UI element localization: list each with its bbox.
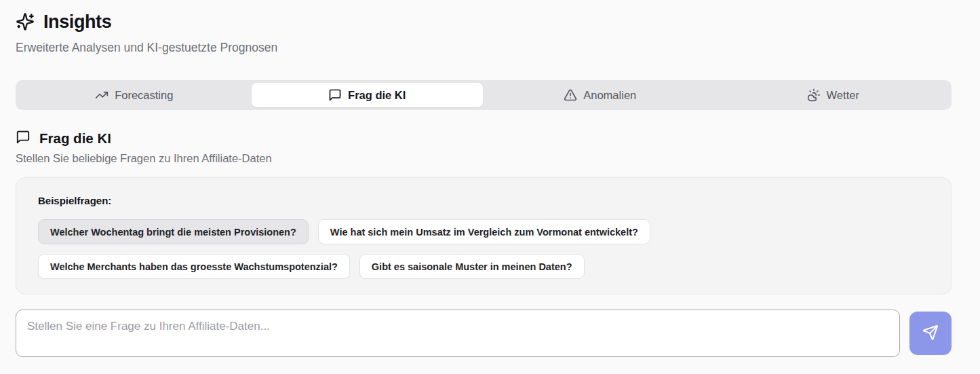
page-header: Insights (16, 10, 952, 34)
example-question-button[interactable]: Welcher Wochentag bringt die meisten Pro… (38, 219, 309, 244)
section-title: Frag die KI (39, 130, 111, 147)
example-questions-card: Beispielfragen: Welcher Wochentag bringt… (16, 177, 952, 295)
cloud-sun-icon (807, 88, 821, 102)
section-subtitle: Stellen Sie beliebige Fragen zu Ihren Af… (16, 152, 952, 165)
question-composer (16, 310, 952, 357)
tab-label: Wetter (827, 89, 859, 102)
examples-label: Beispielfragen: (38, 195, 929, 206)
send-icon (922, 324, 939, 343)
trending-up-icon (95, 88, 109, 102)
tab-forecasting[interactable]: Forecasting (18, 83, 250, 107)
tab-wetter[interactable]: Wetter (718, 83, 949, 107)
tab-frag-die-ki[interactable]: Frag die KI (252, 83, 484, 107)
example-question-button[interactable]: Welche Merchants haben das groesste Wach… (38, 254, 350, 279)
example-question-button[interactable]: Wie hat sich mein Umsatz im Vergleich zu… (318, 219, 650, 244)
section-header: Frag die KI (16, 130, 952, 147)
example-questions-list: Welcher Wochentag bringt die meisten Pro… (38, 219, 723, 279)
question-input[interactable] (16, 310, 900, 357)
insights-tabbar: Forecasting Frag die KI Anomalien (16, 80, 952, 110)
tab-label: Forecasting (115, 89, 173, 102)
tab-label: Anomalien (583, 89, 636, 102)
page-title: Insights (43, 12, 111, 33)
message-square-icon (16, 130, 31, 147)
page-subtitle: Erweiterte Analysen und KI-gestuetzte Pr… (16, 41, 952, 55)
insights-page: Insights Erweiterte Analysen und KI-gest… (0, 0, 980, 357)
message-square-icon (328, 88, 342, 102)
example-question-button[interactable]: Gibt es saisonale Muster in meinen Daten… (359, 254, 585, 279)
sparkles-icon (16, 12, 35, 31)
tab-anomalien[interactable]: Anomalien (484, 83, 716, 107)
tab-label: Frag die KI (348, 89, 406, 102)
alert-triangle-icon (564, 88, 577, 102)
send-button[interactable] (909, 312, 952, 355)
